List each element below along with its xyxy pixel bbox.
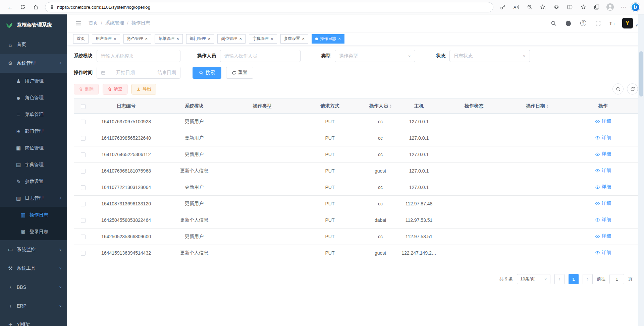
detail-link[interactable]: 详细 [595, 135, 611, 141]
sidebar-menu-item[interactable]: ▣ 岗位管理 [0, 140, 67, 156]
sidebar-menu-item[interactable]: ♁ ERP ∨ [0, 297, 67, 315]
col-operator[interactable]: 操作人员▴▾ [364, 99, 397, 114]
goto-page-input[interactable]: 1 [609, 274, 624, 284]
sidebar-menu-item[interactable]: ✎ 参数设置 [0, 173, 67, 190]
home-icon-browser[interactable] [30, 1, 42, 13]
tab-close-icon[interactable]: × [208, 37, 211, 41]
github-icon[interactable] [563, 18, 574, 28]
sidebar-menu-item[interactable]: ♁ BBS ∨ [0, 278, 67, 297]
date-range-picker[interactable]: 开始日期 - 结束日期 [97, 67, 180, 79]
row-checkbox[interactable] [81, 169, 86, 174]
sidebar-menu-item[interactable]: ⊞ 部门管理 [0, 123, 67, 140]
refresh-icon[interactable] [17, 1, 29, 13]
sidebar-menu-item[interactable]: ⊠ 登录日志 [0, 223, 67, 240]
page-scrollbar[interactable] [638, 14, 644, 326]
sidebar-menu-item[interactable]: ⌂ 首页 [0, 35, 67, 54]
detail-link[interactable]: 详细 [595, 217, 611, 223]
address-bar[interactable]: https://ccnetcore.com:1101/system/log/op… [45, 2, 493, 12]
delete-button[interactable]: 删除 [74, 84, 99, 94]
app-logo[interactable]: 意框架管理系统 [0, 14, 67, 35]
view-tab[interactable]: 菜单管理 × [155, 34, 183, 44]
extensions-icon[interactable] [550, 1, 562, 13]
view-tab[interactable]: 参数设置 × [280, 34, 309, 44]
fullscreen-icon[interactable] [593, 18, 603, 28]
breadcrumb-item[interactable]: 系统管理 [105, 20, 131, 26]
page-size-select[interactable]: 10条/页 ∨ [517, 274, 550, 284]
font-size-icon[interactable]: TT [607, 18, 618, 28]
export-button[interactable]: 导出 [131, 84, 156, 94]
search-button[interactable]: 搜索 [193, 67, 221, 79]
favorites-bar-icon[interactable] [577, 1, 589, 13]
current-page-button[interactable]: 1 [569, 274, 579, 284]
next-page-button[interactable]: › [583, 274, 593, 284]
detail-link[interactable]: 详细 [595, 118, 611, 124]
row-checkbox[interactable] [81, 235, 86, 239]
bing-copilot-icon[interactable]: b [631, 3, 640, 12]
clear-button[interactable]: 清空 [103, 84, 127, 94]
sidebar-menu-item[interactable]: ☻ 角色管理 [0, 89, 67, 106]
row-checkbox[interactable] [81, 136, 86, 141]
view-tab[interactable]: 用户管理 × [92, 34, 120, 44]
operator-input[interactable] [224, 53, 296, 59]
detail-link[interactable]: 详细 [595, 168, 611, 174]
tab-close-icon[interactable]: × [239, 37, 242, 41]
browser-profile-avatar[interactable] [604, 1, 616, 13]
row-checkbox[interactable] [81, 251, 86, 256]
sidebar-menu-item[interactable]: ≡ 菜单管理 [0, 106, 67, 123]
module-input[interactable] [101, 53, 176, 59]
detail-link[interactable]: 详细 [595, 250, 611, 256]
back-icon[interactable]: ← [4, 1, 16, 13]
tab-close-icon[interactable]: × [176, 37, 179, 41]
type-select[interactable]: 操作类型 ∨ [335, 50, 415, 62]
tab-close-icon[interactable]: × [302, 37, 305, 41]
user-avatar[interactable]: Y [622, 18, 633, 28]
breadcrumb-item[interactable]: 操作日志 [131, 20, 150, 26]
read-aloud-icon[interactable]: A [510, 1, 522, 13]
refresh-table-icon[interactable] [627, 83, 638, 94]
tab-close-icon[interactable]: × [271, 37, 273, 41]
sidebar-menu-item[interactable]: ✈ Yi框架 [0, 315, 67, 326]
row-checkbox[interactable] [81, 202, 86, 206]
sidebar-menu-item[interactable]: ♟ 用户管理 [0, 73, 67, 89]
sidebar-menu-item[interactable]: ⚒ 系统工具 ∨ [0, 259, 67, 278]
sidebar-menu-item[interactable]: ▥ 操作日志 [0, 207, 67, 223]
view-tab[interactable]: 操作日志 × [312, 34, 344, 44]
tab-close-icon[interactable]: × [114, 37, 116, 41]
col-date[interactable]: 操作日期▴▾ [507, 99, 568, 114]
sidebar-menu-item[interactable]: ▤ 字典管理 [0, 156, 67, 173]
add-favorite-icon[interactable] [537, 1, 549, 13]
scrollbar-thumb[interactable] [639, 51, 643, 96]
detail-link[interactable]: 详细 [595, 184, 611, 190]
sidebar-menu-item[interactable]: ▨ 日志管理 ∧ [0, 190, 67, 207]
row-checkbox[interactable] [81, 152, 86, 157]
row-checkbox[interactable] [81, 185, 86, 190]
detail-link[interactable]: 详细 [595, 200, 611, 206]
zoom-out-icon[interactable] [524, 1, 536, 13]
help-icon[interactable]: ? [578, 18, 589, 28]
sidebar-menu-item[interactable]: ⚙ 系统管理 ∧ [0, 54, 67, 73]
browser-menu-icon[interactable]: ⋯ [618, 1, 630, 13]
toggle-search-icon[interactable] [612, 83, 624, 94]
prev-page-button[interactable]: ‹ [554, 274, 565, 284]
avatar-caret-icon[interactable]: ∨ [636, 23, 638, 28]
sidebar-menu-item[interactable]: ▭ 系统监控 ∨ [0, 240, 67, 259]
search-icon[interactable] [548, 18, 559, 28]
view-tab[interactable]: 字典管理 × [249, 34, 277, 44]
collections-icon[interactable] [591, 1, 603, 13]
view-tab[interactable]: 角色管理 × [123, 34, 152, 44]
detail-link[interactable]: 详细 [595, 233, 611, 239]
tab-close-icon[interactable]: × [145, 37, 148, 41]
view-tab[interactable]: 首页 × [73, 34, 89, 44]
row-checkbox[interactable] [81, 120, 86, 124]
hamburger-icon[interactable] [73, 18, 84, 28]
select-all-checkbox[interactable] [81, 104, 86, 109]
breadcrumb-item[interactable]: 首页 [89, 20, 105, 26]
detail-link[interactable]: 详细 [595, 151, 611, 157]
reset-button[interactable]: 重置 [226, 67, 253, 79]
view-tab[interactable]: 部门管理 × [186, 34, 214, 44]
view-tab[interactable]: 岗位管理 × [217, 34, 246, 44]
status-select[interactable]: 日志状态 ∨ [449, 50, 530, 62]
split-screen-icon[interactable] [564, 1, 576, 13]
tab-close-icon[interactable]: × [338, 37, 341, 41]
row-checkbox[interactable] [81, 218, 86, 223]
